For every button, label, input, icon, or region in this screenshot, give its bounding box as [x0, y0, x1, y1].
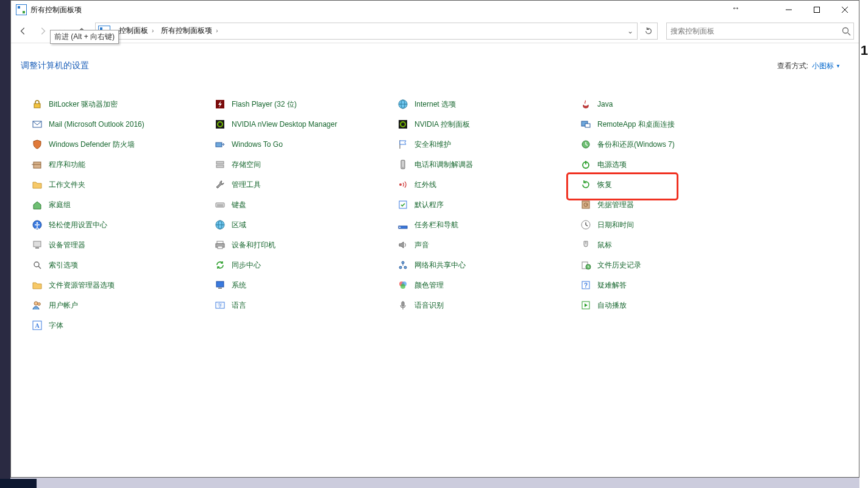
- search-icon[interactable]: [841, 26, 851, 36]
- refresh-button[interactable]: [640, 23, 658, 40]
- sound-icon: [397, 239, 408, 250]
- cp-item-network_sharing[interactable]: 网络和共享中心: [397, 259, 473, 271]
- control-panel-icon: [16, 4, 27, 15]
- search-input[interactable]: [669, 26, 841, 36]
- cp-item-device_manager[interactable]: 设备管理器: [32, 239, 93, 251]
- cp-item-flash[interactable]: Flash Player (32 位): [215, 98, 304, 110]
- cp-item-label: 字体: [49, 320, 63, 330]
- autoplay-icon: [580, 300, 591, 311]
- cp-item-nvidia_cp[interactable]: NVIDIA 控制面板: [397, 118, 477, 130]
- lang-icon: [215, 300, 226, 311]
- backup-icon: [580, 139, 591, 150]
- cp-item-programs[interactable]: 程序和功能: [32, 158, 93, 171]
- breadcrumb-segment-1[interactable]: 所有控制面板项 ›: [158, 23, 221, 39]
- search-box[interactable]: [666, 23, 854, 40]
- cp-item-keyboard[interactable]: 键盘: [215, 199, 254, 211]
- cp-item-default_programs[interactable]: 默认程序: [397, 199, 451, 211]
- cp-item-ease_access[interactable]: 轻松使用设置中心: [32, 219, 115, 231]
- cp-item-remoteapp[interactable]: RemoteApp 和桌面连接: [580, 118, 682, 130]
- cp-item-fonts[interactable]: 字体: [32, 319, 71, 331]
- right-strip: 1: [859, 0, 868, 488]
- cp-item-label: 设备管理器: [49, 240, 85, 250]
- power-icon: [580, 159, 591, 170]
- cp-item-mouse[interactable]: 鼠标: [580, 239, 619, 251]
- cp-item-label: 默认程序: [414, 200, 444, 210]
- home-icon: [32, 199, 43, 210]
- cp-item-devices_printers[interactable]: 设备和打印机: [215, 239, 283, 251]
- cp-item-recovery[interactable]: 恢复: [580, 179, 619, 191]
- keyboard-icon: [215, 199, 226, 210]
- history-icon: [580, 260, 591, 271]
- cp-item-admin_tools[interactable]: 管理工具: [215, 179, 268, 191]
- tools-icon: [215, 179, 226, 190]
- cp-item-inet[interactable]: Internet 选项: [397, 98, 463, 110]
- cp-item-label: 工作文件夹: [49, 180, 85, 189]
- cp-item-java[interactable]: Java: [580, 98, 620, 110]
- cp-item-windows_to_go[interactable]: Windows To Go: [215, 138, 290, 150]
- maximize-button[interactable]: [803, 1, 831, 19]
- view-by-label: 查看方式:: [777, 61, 808, 71]
- cp-item-autoplay[interactable]: 自动播放: [580, 299, 634, 311]
- cp-item-label: 索引选项: [49, 260, 78, 270]
- togo-icon: [215, 139, 226, 150]
- view-by-dropdown[interactable]: 小图标 ▼: [812, 61, 841, 71]
- view-by-value: 小图标: [812, 61, 834, 71]
- cp-item-backup_restore[interactable]: 备份和还原(Windows 7): [580, 138, 682, 150]
- cp-item-language[interactable]: 语言: [215, 299, 254, 311]
- cp-item-label: 文件资源管理器选项: [49, 280, 115, 290]
- cp-item-defender[interactable]: Windows Defender 防火墙: [32, 138, 142, 150]
- cp-item-modem[interactable]: 电话和调制解调器: [397, 158, 480, 171]
- cp-item-work_folders[interactable]: 工作文件夹: [32, 179, 93, 191]
- cp-item-label: Internet 选项: [414, 99, 456, 109]
- minimize-button[interactable]: [775, 1, 803, 19]
- titlebar[interactable]: 所有控制面板项 ↔: [11, 1, 859, 19]
- network-icon: [397, 260, 408, 271]
- cp-item-region[interactable]: 区域: [215, 219, 254, 231]
- page-heading: 调整计算机的设置: [21, 60, 89, 71]
- cp-item-user_accounts[interactable]: 用户帐户: [32, 299, 85, 311]
- globe-icon: [215, 219, 226, 230]
- cp-item-sync_center[interactable]: 同步中心: [215, 259, 268, 271]
- chevron-right-icon[interactable]: ›: [151, 27, 155, 34]
- cp-item-label: 轻松使用设置中心: [49, 220, 107, 230]
- cp-item-explorer_options[interactable]: 文件资源管理器选项: [32, 279, 122, 291]
- cp-item-label: 日期和时间: [597, 220, 634, 230]
- cp-item-label: Mail (Microsoft Outlook 2016): [49, 119, 144, 129]
- forward-button[interactable]: [34, 23, 51, 40]
- breadcrumb-bar[interactable]: › 控制面板 › 所有控制面板项 › ⌄: [95, 23, 638, 40]
- flash-icon: [215, 99, 226, 110]
- cp-item-speech[interactable]: 语音识别: [397, 299, 451, 311]
- cp-item-file_history[interactable]: 文件历史记录: [580, 259, 649, 271]
- cp-item-system[interactable]: 系统: [215, 279, 254, 291]
- cp-item-storage[interactable]: 存储空间: [215, 158, 268, 171]
- cp-item-troubleshoot[interactable]: 疑难解答: [580, 279, 634, 291]
- cp-item-infrared[interactable]: 红外线: [397, 179, 444, 191]
- cp-item-taskbar_nav[interactable]: 任务栏和导航: [397, 219, 466, 231]
- cp-item-label: 声音: [414, 240, 429, 250]
- cp-item-label: 存储空间: [232, 160, 261, 169]
- close-button[interactable]: [831, 1, 859, 19]
- sync-icon: [215, 260, 226, 271]
- cp-item-mail[interactable]: Mail (Microsoft Outlook 2016): [32, 118, 152, 130]
- folder-icon: [32, 280, 43, 291]
- cp-item-label: Windows Defender 防火墙: [49, 140, 135, 149]
- chevron-right-icon[interactable]: ›: [215, 27, 219, 34]
- cp-item-homegroup[interactable]: 家庭组: [32, 199, 78, 211]
- breadcrumb-label: 所有控制面板项: [161, 26, 212, 36]
- cp-item-label: 语音识别: [414, 300, 444, 310]
- back-button[interactable]: [15, 23, 32, 40]
- cp-item-label: Windows To Go: [232, 140, 283, 149]
- cp-item-sound[interactable]: 声音: [397, 239, 436, 251]
- cp-item-date_time[interactable]: 日期和时间: [580, 219, 641, 231]
- cp-item-nvidia_nview[interactable]: NVIDIA nView Desktop Manager: [215, 118, 344, 130]
- cp-item-label: 颜色管理: [414, 280, 444, 290]
- cp-item-indexing[interactable]: 索引选项: [32, 259, 85, 271]
- cp-item-bitlocker[interactable]: BitLocker 驱动器加密: [32, 98, 125, 110]
- cp-item-color_mgmt[interactable]: 颜色管理: [397, 279, 451, 291]
- breadcrumb-segment-0[interactable]: 控制面板 ›: [116, 23, 157, 39]
- address-dropdown-button[interactable]: ⌄: [625, 27, 636, 35]
- font-icon: [32, 320, 43, 331]
- cp-item-power_options[interactable]: 电源选项: [580, 158, 634, 171]
- cp-item-credential_mgr[interactable]: 凭据管理器: [580, 199, 641, 211]
- cp-item-security_maint[interactable]: 安全和维护: [397, 138, 458, 150]
